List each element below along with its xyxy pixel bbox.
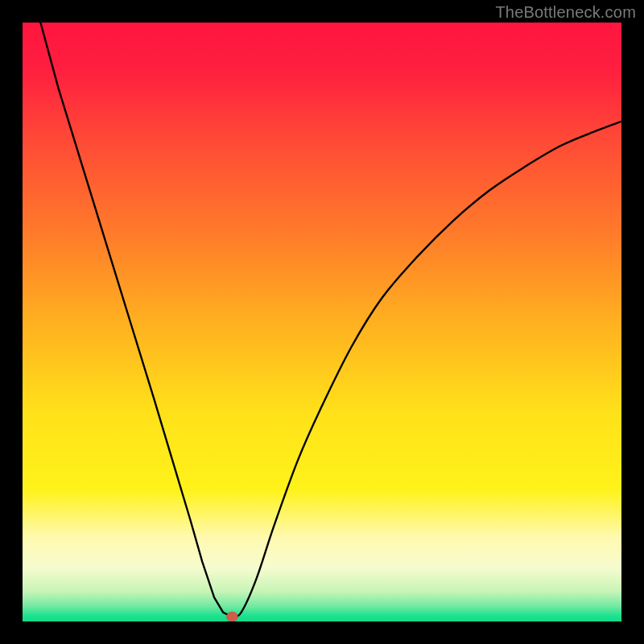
bottleneck-chart xyxy=(23,23,621,621)
optimal-point-marker xyxy=(226,612,237,621)
watermark-label: TheBottleneck.com xyxy=(495,3,636,22)
gradient-background xyxy=(23,23,621,621)
chart-frame xyxy=(23,23,621,621)
